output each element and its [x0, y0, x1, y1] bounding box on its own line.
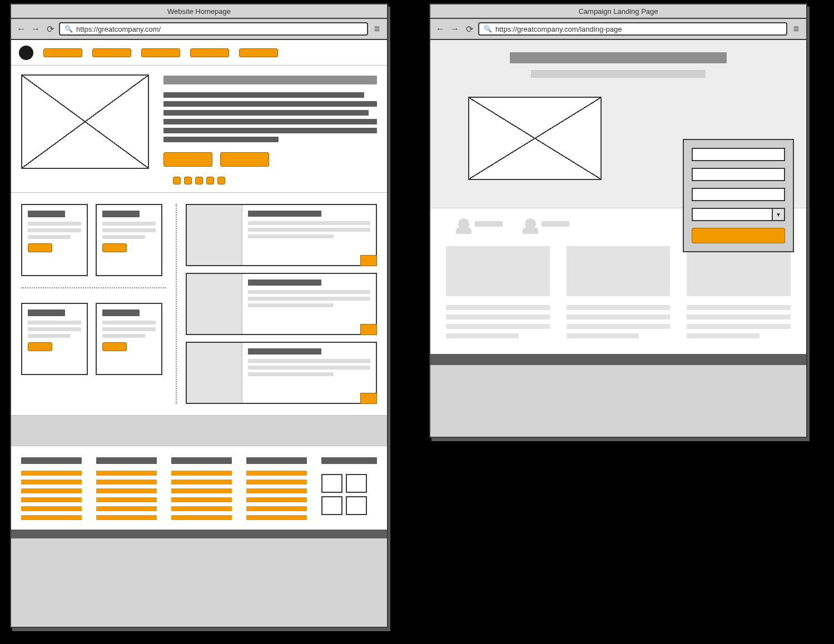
nav-link[interactable]: [43, 48, 82, 57]
homepage-url-bar[interactable]: 🔍 https://greatcompany.com/: [59, 22, 368, 36]
feature-line: [567, 314, 671, 319]
back-icon[interactable]: ←: [435, 23, 446, 34]
footer-link[interactable]: [246, 497, 307, 502]
content-card[interactable]: [96, 303, 162, 375]
footer-link[interactable]: [171, 506, 232, 511]
card-title: [102, 211, 140, 217]
landing-browser: Campaign Landing Page ← → ⟳ 🔍 https://gr…: [429, 3, 807, 438]
signup-form: [683, 139, 794, 252]
list-tag[interactable]: [360, 255, 377, 266]
content-card[interactable]: [96, 204, 162, 276]
footer-link[interactable]: [21, 506, 82, 511]
hero-cta-button[interactable]: [220, 152, 269, 167]
footer-link[interactable]: [246, 488, 307, 493]
reload-icon[interactable]: ⟳: [44, 23, 56, 34]
footer-link[interactable]: [171, 497, 232, 502]
homepage-browser: Website Homepage ← → ⟳ 🔍 https://greatco…: [10, 3, 388, 628]
avatar-icon: [525, 218, 536, 229]
footer-link[interactable]: [96, 497, 157, 502]
card-cta-button[interactable]: [28, 342, 52, 351]
footer-link[interactable]: [21, 515, 82, 520]
menu-icon[interactable]: ≡: [791, 23, 802, 34]
footer-link[interactable]: [171, 480, 232, 485]
footer-link[interactable]: [96, 480, 157, 485]
footer-link[interactable]: [96, 488, 157, 493]
hero-cta-button[interactable]: [163, 152, 212, 167]
list-tag[interactable]: [360, 393, 377, 404]
footer-link[interactable]: [246, 515, 307, 520]
carousel-dot[interactable]: [195, 177, 203, 184]
footer-bottom-bar: [11, 530, 387, 538]
card-cta-button[interactable]: [102, 243, 127, 252]
hero-paragraph-line: [163, 92, 364, 98]
form-submit-button[interactable]: [692, 228, 785, 243]
list-title: [248, 348, 321, 355]
footer-link[interactable]: [21, 471, 82, 476]
form-input[interactable]: [692, 188, 785, 201]
nav-link[interactable]: [239, 48, 278, 57]
footer-link[interactable]: [96, 506, 157, 511]
card-title: [28, 211, 65, 217]
search-icon: 🔍: [484, 25, 492, 33]
footer-link[interactable]: [246, 480, 307, 485]
card-cta-button[interactable]: [102, 342, 127, 351]
list-item[interactable]: [186, 342, 377, 404]
card-title: [102, 309, 140, 316]
landing-url-bar[interactable]: 🔍 https://greatcompany.com/landing-page: [478, 22, 787, 36]
footer-link[interactable]: [96, 471, 157, 476]
landing-headline: [510, 52, 726, 63]
feature-line: [446, 314, 550, 319]
feature-column: [446, 246, 550, 343]
carousel-dot[interactable]: [173, 177, 181, 184]
forward-icon[interactable]: →: [449, 23, 460, 34]
footer-tile[interactable]: [346, 474, 367, 493]
footer-link[interactable]: [21, 497, 82, 502]
carousel-dot[interactable]: [184, 177, 192, 184]
form-select[interactable]: [692, 208, 785, 221]
cards-column: [21, 204, 166, 404]
feature-columns: [430, 246, 806, 354]
landing-titlebar: Campaign Landing Page: [430, 4, 806, 19]
feature-line: [687, 333, 759, 338]
footer-tile[interactable]: [321, 474, 342, 493]
card-cta-button[interactable]: [28, 243, 52, 252]
hero-paragraph-line: [163, 128, 377, 133]
card-title: [28, 309, 65, 316]
footer-link[interactable]: [246, 471, 307, 476]
nav-link[interactable]: [141, 48, 180, 57]
nav-link[interactable]: [92, 48, 131, 57]
list-column: [186, 204, 377, 404]
reload-icon[interactable]: ⟳: [464, 23, 475, 34]
carousel-dot[interactable]: [206, 177, 214, 184]
hero-text: [163, 74, 377, 169]
footer-link[interactable]: [171, 515, 232, 520]
card-line: [102, 235, 145, 239]
logo-icon[interactable]: [19, 46, 33, 60]
hero-paragraph-line: [163, 137, 279, 142]
landing-url-text: https://greatcompany.com/landing-page: [495, 25, 622, 33]
carousel-dot[interactable]: [217, 177, 225, 184]
footer-link[interactable]: [171, 471, 232, 476]
form-input[interactable]: [692, 148, 785, 161]
footer-tile[interactable]: [346, 496, 367, 515]
list-item[interactable]: [186, 204, 377, 266]
card-line: [28, 222, 81, 226]
footer-link[interactable]: [21, 488, 82, 493]
back-icon[interactable]: ←: [16, 23, 27, 34]
homepage-footer: [11, 446, 387, 524]
hero-paragraph-line: [163, 119, 377, 124]
content-card[interactable]: [21, 204, 88, 276]
footer-link[interactable]: [171, 488, 232, 493]
footer-link[interactable]: [246, 506, 307, 511]
form-input[interactable]: [692, 168, 785, 181]
list-tag[interactable]: [360, 324, 377, 335]
footer-tile[interactable]: [321, 496, 342, 515]
content-card[interactable]: [21, 303, 88, 375]
footer-link[interactable]: [96, 515, 157, 520]
nav-link[interactable]: [190, 48, 229, 57]
footer-link[interactable]: [21, 480, 82, 485]
menu-icon[interactable]: ≡: [371, 23, 383, 34]
footer-column: [21, 457, 82, 524]
forward-icon[interactable]: →: [30, 23, 41, 34]
list-item[interactable]: [186, 273, 377, 335]
